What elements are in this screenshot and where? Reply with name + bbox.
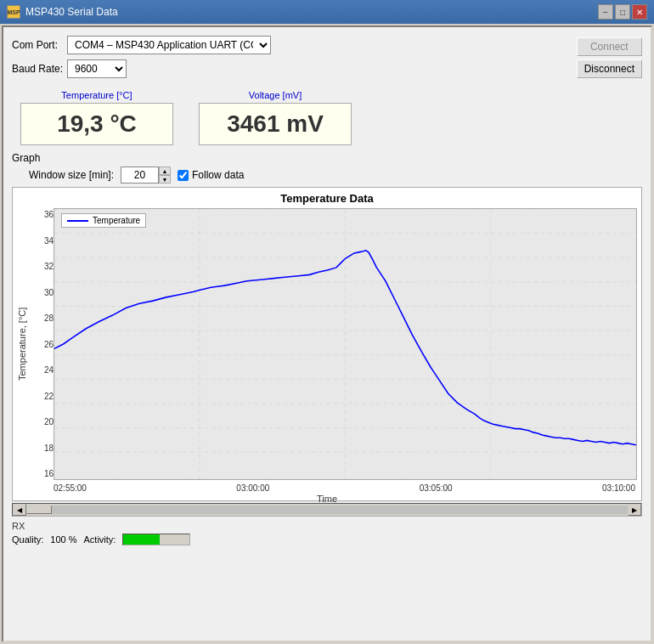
x-ticks: 02:55:00 03:00:00 03:05:00 03:10:00 xyxy=(17,482,637,493)
y-tick-30: 30 xyxy=(32,288,54,297)
quality-row: Quality: 100 % Activity: xyxy=(12,534,642,545)
disconnect-button[interactable]: Disconnect xyxy=(577,59,642,78)
activity-bar-bg xyxy=(122,534,190,545)
graph-label: Graph xyxy=(12,152,642,164)
scroll-thumb[interactable] xyxy=(26,506,52,514)
y-tick-22: 22 xyxy=(32,392,54,401)
main-content: Com Port: COM4 – MSP430 Application UART… xyxy=(2,25,652,642)
com-port-select[interactable]: COM4 – MSP430 Application UART (COM4) xyxy=(67,36,271,54)
legend-label: Temperature xyxy=(93,216,140,225)
status-section: RX Quality: 100 % Activity: xyxy=(12,520,642,545)
voltage-value: 3461 mV xyxy=(199,103,352,145)
com-port-label: Com Port: xyxy=(12,39,67,51)
window-size-label: Window size [min]: xyxy=(29,169,114,181)
baud-rate-select[interactable]: 96001920038400115200 xyxy=(67,59,127,78)
x-axis-label: Time xyxy=(17,494,637,504)
spinner-buttons: ▲ ▼ xyxy=(159,167,171,184)
chart-container: Temperature Data Temperature, [°C] 36 34… xyxy=(12,187,642,501)
maximize-button[interactable]: □ xyxy=(615,4,630,20)
com-port-row: Com Port: COM4 – MSP430 Application UART… xyxy=(12,36,568,54)
temperature-label: Temperature [°C] xyxy=(20,90,173,100)
graph-controls: Window size [min]: ▲ ▼ Follow data xyxy=(12,167,642,184)
activity-label: Activity: xyxy=(84,534,116,545)
y-tick-36: 36 xyxy=(32,210,54,219)
window-size-input[interactable] xyxy=(121,167,159,184)
chart-legend: Temperature xyxy=(61,213,146,228)
y-tick-32: 32 xyxy=(32,262,54,271)
temperature-value: 19,3 °C xyxy=(20,103,173,145)
x-tick-3: 03:10:00 xyxy=(602,483,635,493)
follow-data-check[interactable]: Follow data xyxy=(178,169,244,181)
baud-rate-label: Baud Rate: xyxy=(12,63,67,75)
legend-line xyxy=(67,220,88,222)
graph-section: Graph Window size [min]: ▲ ▼ Follow data… xyxy=(12,152,642,501)
voltage-panel: Voltage [mV] 3461 mV xyxy=(199,90,352,145)
spin-up-button[interactable]: ▲ xyxy=(159,167,171,175)
minimize-button[interactable]: − xyxy=(598,4,613,20)
scroll-left-button[interactable]: ◀ xyxy=(13,504,26,516)
close-button[interactable]: ✕ xyxy=(632,4,647,20)
y-axis-label: Temperature, [°C] xyxy=(17,208,32,480)
title-bar: MSP MSP430 Serial Data − □ ✕ xyxy=(0,0,654,24)
chart-svg xyxy=(54,209,636,479)
y-tick-20: 20 xyxy=(32,417,54,427)
baud-rate-row: Baud Rate: 96001920038400115200 xyxy=(12,59,568,78)
title-bar-left: MSP MSP430 Serial Data xyxy=(7,5,118,19)
y-tick-34: 34 xyxy=(32,236,54,246)
scroll-right-button[interactable]: ▶ xyxy=(628,504,641,516)
scroll-track[interactable] xyxy=(26,506,628,514)
window-size-spinner: ▲ ▼ xyxy=(121,167,171,184)
y-tick-18: 18 xyxy=(32,443,54,453)
scrollbar[interactable]: ◀ ▶ xyxy=(12,503,642,517)
y-tick-16: 16 xyxy=(32,469,54,478)
x-tick-1: 03:00:00 xyxy=(236,483,269,493)
y-tick-28: 28 xyxy=(32,314,54,323)
follow-data-label: Follow data xyxy=(192,169,244,181)
x-tick-2: 03:05:00 xyxy=(420,483,453,493)
right-controls: Connect Disconnect xyxy=(577,36,642,83)
readings-row: Temperature [°C] 19,3 °C Voltage [mV] 34… xyxy=(20,90,634,145)
x-tick-0: 02:55:00 xyxy=(54,483,87,493)
voltage-label: Voltage [mV] xyxy=(199,90,352,100)
app-icon: MSP xyxy=(7,5,20,19)
left-controls: Com Port: COM4 – MSP430 Application UART… xyxy=(12,36,568,83)
y-tick-26: 26 xyxy=(32,340,54,349)
window-title: MSP430 Serial Data xyxy=(25,6,118,18)
chart-title: Temperature Data xyxy=(17,192,637,205)
quality-label: Quality: xyxy=(12,534,43,545)
chart-area: Temperature, [°C] 36 34 32 30 28 26 24 2… xyxy=(17,208,637,480)
spin-down-button[interactable]: ▼ xyxy=(159,175,171,184)
y-tick-24: 24 xyxy=(32,365,54,375)
rx-label: RX xyxy=(12,521,25,531)
y-ticks: 36 34 32 30 28 26 24 22 20 18 16 xyxy=(32,208,54,480)
top-controls: Com Port: COM4 – MSP430 Application UART… xyxy=(12,36,642,83)
temperature-panel: Temperature [°C] 19,3 °C xyxy=(20,90,173,145)
quality-value: 100 % xyxy=(50,534,76,545)
activity-bar xyxy=(123,534,160,545)
connect-button[interactable]: Connect xyxy=(577,37,642,56)
plot-area: Temperature xyxy=(54,208,637,480)
title-buttons: − □ ✕ xyxy=(598,4,647,20)
follow-data-checkbox[interactable] xyxy=(178,170,189,181)
